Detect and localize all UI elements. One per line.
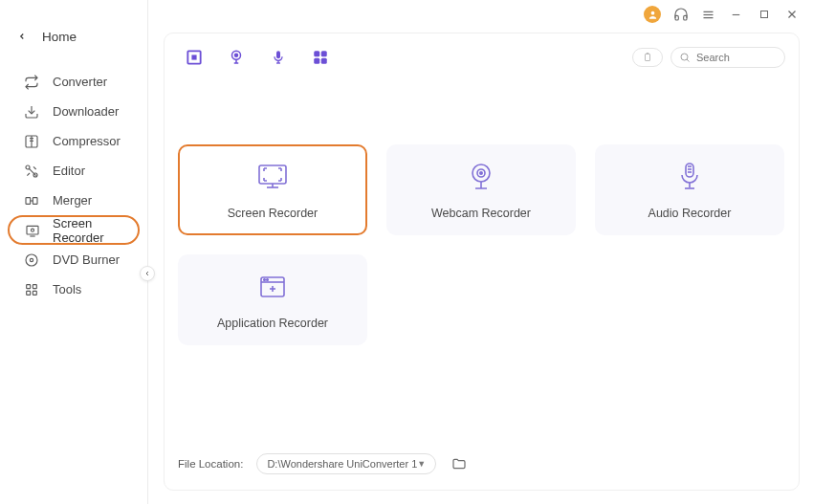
svg-rect-38 bbox=[321, 51, 327, 56]
svg-line-8 bbox=[27, 173, 30, 176]
card-label: Screen Recorder bbox=[228, 207, 319, 220]
search-icon bbox=[679, 52, 691, 63]
file-location-label: File Location: bbox=[178, 458, 243, 470]
card-screen-recorder[interactable]: Screen Recorder bbox=[178, 144, 367, 235]
svg-point-59 bbox=[267, 278, 269, 280]
mode-screen-icon[interactable] bbox=[184, 47, 205, 68]
svg-rect-10 bbox=[26, 197, 31, 204]
sidebar-item-dvd-burner[interactable]: DVD Burner bbox=[8, 245, 140, 274]
svg-rect-18 bbox=[27, 284, 31, 288]
file-location-select[interactable]: D:\Wondershare UniConverter 1 ▼ bbox=[256, 453, 436, 474]
mode-apps-icon[interactable] bbox=[310, 47, 331, 68]
svg-point-22 bbox=[650, 11, 654, 14]
sidebar-item-label: DVD Burner bbox=[53, 252, 120, 267]
menu-icon[interactable] bbox=[700, 7, 716, 23]
search-box[interactable] bbox=[670, 47, 785, 68]
mode-webcam-icon[interactable] bbox=[226, 47, 247, 68]
open-folder-button[interactable] bbox=[450, 454, 469, 473]
content-panel: Screen Recorder Webcam Recorder Audio Re… bbox=[164, 33, 800, 491]
sidebar-item-merger[interactable]: Merger bbox=[8, 186, 140, 215]
svg-line-7 bbox=[30, 168, 36, 175]
nav-list: Converter Downloader Compressor Editor bbox=[0, 67, 147, 304]
card-label: Application Recorder bbox=[217, 317, 328, 330]
svg-rect-34 bbox=[276, 51, 280, 58]
sidebar-item-editor[interactable]: Editor bbox=[8, 156, 140, 186]
tools-icon bbox=[23, 281, 40, 298]
card-application-recorder[interactable]: Application Recorder bbox=[178, 254, 367, 345]
sidebar-item-tools[interactable]: Tools bbox=[8, 274, 140, 304]
svg-point-42 bbox=[681, 54, 688, 60]
svg-rect-27 bbox=[760, 11, 767, 18]
sidebar-item-label: Tools bbox=[53, 282, 81, 296]
screen-recorder-card-icon bbox=[256, 161, 289, 193]
sidebar-item-label: Screen Recorder bbox=[53, 216, 122, 245]
sidebar: Home Converter Downloader Compressor bbox=[0, 0, 148, 504]
svg-rect-21 bbox=[33, 291, 36, 295]
card-label: Audio Recorder bbox=[648, 207, 732, 220]
sidebar-collapse-handle[interactable] bbox=[140, 266, 155, 281]
svg-point-33 bbox=[235, 54, 238, 56]
svg-line-9 bbox=[33, 166, 36, 169]
sidebar-item-converter[interactable]: Converter bbox=[8, 67, 140, 97]
sidebar-item-screen-recorder[interactable]: Screen Recorder bbox=[8, 215, 140, 245]
svg-rect-31 bbox=[192, 55, 195, 58]
titlebar bbox=[148, 0, 813, 29]
app-root: Home Converter Downloader Compressor bbox=[0, 0, 813, 504]
sidebar-item-label: Editor bbox=[53, 164, 85, 178]
svg-rect-19 bbox=[33, 284, 36, 288]
close-button[interactable] bbox=[783, 7, 800, 23]
audio-recorder-card-icon bbox=[673, 161, 706, 193]
svg-rect-44 bbox=[259, 165, 286, 184]
svg-rect-41 bbox=[646, 55, 650, 61]
svg-point-49 bbox=[480, 171, 482, 173]
maximize-button[interactable] bbox=[756, 7, 772, 23]
clipboard-button[interactable] bbox=[632, 48, 663, 67]
chevron-left-icon bbox=[17, 29, 27, 44]
card-webcam-recorder[interactable]: Webcam Recorder bbox=[386, 144, 576, 235]
editor-icon bbox=[23, 163, 40, 180]
compressor-icon bbox=[23, 133, 40, 150]
svg-rect-37 bbox=[314, 51, 319, 56]
content-topbar bbox=[178, 47, 785, 68]
mode-icon-row bbox=[178, 47, 331, 68]
svg-rect-11 bbox=[33, 197, 37, 204]
svg-point-16 bbox=[26, 254, 37, 266]
svg-rect-39 bbox=[314, 58, 319, 64]
mode-audio-icon[interactable] bbox=[268, 47, 289, 68]
footer-bar: File Location: D:\Wondershare UniConvert… bbox=[178, 440, 785, 474]
merger-icon bbox=[23, 192, 40, 209]
svg-rect-40 bbox=[321, 58, 327, 64]
sidebar-item-label: Merger bbox=[53, 193, 92, 208]
sidebar-item-downloader[interactable]: Downloader bbox=[8, 97, 140, 126]
sidebar-item-label: Converter bbox=[53, 75, 107, 89]
svg-line-43 bbox=[687, 59, 690, 62]
svg-rect-13 bbox=[27, 226, 38, 234]
profile-icon[interactable] bbox=[644, 6, 661, 23]
svg-point-5 bbox=[26, 165, 30, 169]
file-location-value: D:\Wondershare UniConverter 1 bbox=[267, 458, 417, 470]
sidebar-item-compressor[interactable]: Compressor bbox=[8, 126, 140, 156]
sidebar-item-label: Downloader bbox=[53, 104, 119, 119]
search-group bbox=[632, 47, 785, 68]
application-recorder-card-icon bbox=[256, 271, 289, 303]
search-input[interactable] bbox=[696, 52, 777, 63]
svg-point-17 bbox=[30, 258, 33, 261]
recorder-card-grid: Screen Recorder Webcam Recorder Audio Re… bbox=[178, 144, 785, 345]
support-icon[interactable] bbox=[672, 7, 689, 23]
chevron-down-icon: ▼ bbox=[417, 459, 426, 469]
svg-rect-50 bbox=[686, 164, 693, 177]
sidebar-item-label: Compressor bbox=[53, 134, 121, 148]
dvd-burner-icon bbox=[23, 252, 40, 269]
minimize-button[interactable] bbox=[728, 7, 744, 23]
svg-rect-20 bbox=[27, 291, 31, 295]
home-label: Home bbox=[42, 30, 77, 44]
svg-point-14 bbox=[31, 229, 33, 231]
converter-icon bbox=[23, 74, 40, 91]
home-nav[interactable]: Home bbox=[0, 15, 147, 57]
main-area: Screen Recorder Webcam Recorder Audio Re… bbox=[148, 0, 813, 504]
screen-recorder-icon bbox=[25, 222, 40, 239]
svg-point-58 bbox=[264, 278, 266, 280]
card-label: Webcam Recorder bbox=[431, 207, 531, 220]
downloader-icon bbox=[23, 103, 40, 121]
card-audio-recorder[interactable]: Audio Recorder bbox=[595, 144, 784, 235]
